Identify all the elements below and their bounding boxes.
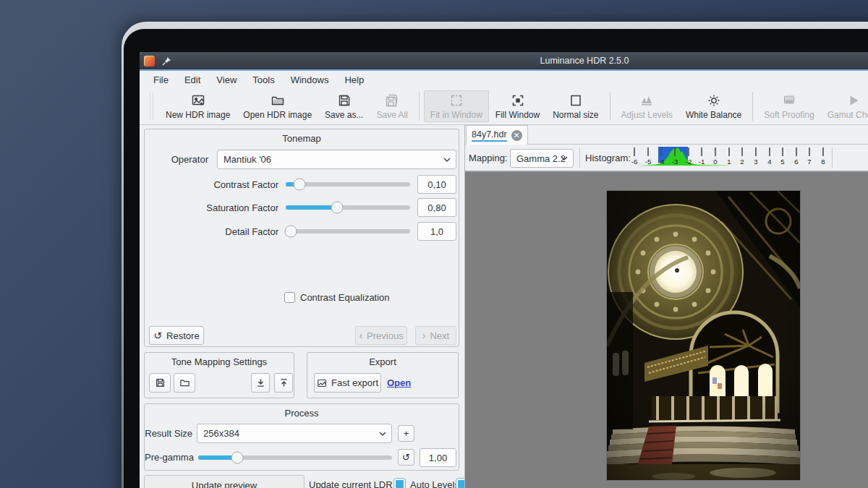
histogram-label: Histogram:	[585, 153, 631, 163]
tonemap-title: Tonemap	[145, 133, 459, 144]
slider-handle[interactable]	[231, 452, 243, 464]
menu-help[interactable]: Help	[336, 72, 372, 87]
saturation-factor-slider[interactable]	[286, 205, 410, 210]
svg-text:7: 7	[807, 158, 811, 166]
tone-mapping-settings-groupbox: Tone Mapping Settings	[144, 352, 294, 398]
export-title: Export	[307, 356, 458, 367]
mapping-toolbar: Mapping: Gamma 2.2 Histogram:	[465, 145, 868, 172]
title-bar[interactable]: Luminance HDR 2.5.0	[140, 52, 868, 69]
image-viewer-area[interactable]	[465, 172, 868, 488]
apply-settings-button[interactable]	[251, 373, 270, 393]
saturation-factor-value[interactable]: 0,80	[417, 198, 456, 217]
result-size-value: 256x384	[203, 428, 239, 439]
menu-file[interactable]: File	[145, 72, 176, 87]
open-hdr-image-icon	[271, 93, 285, 108]
chevron-right-icon: ›	[422, 330, 426, 341]
menu-tools[interactable]: Tools	[244, 72, 282, 87]
toolbar-drag-handle[interactable]	[150, 93, 153, 120]
tab-84y7-hdr[interactable]: 84y7.hdr ✕	[466, 125, 528, 145]
next-button[interactable]: › Next	[415, 326, 456, 345]
add-size-button[interactable]: +	[398, 425, 414, 442]
contrast-equalization-label: Contrast Equalization	[300, 292, 390, 303]
slider-handle[interactable]	[331, 202, 343, 214]
pre-gamma-slider[interactable]	[198, 455, 392, 460]
fill-window-button[interactable]: Fill Window	[489, 90, 546, 122]
desktop-background: Luminance HDR 2.5.0 File Edit View Tools…	[0, 0, 868, 488]
document-tab-bar: 84y7.hdr ✕	[465, 125, 868, 145]
histogram-widget[interactable]: -6 -5 -4 -3 -2 -1 0 1 2 3 4 5 6	[630, 147, 828, 168]
fit-in-window-button[interactable]: Fit in Window	[424, 90, 489, 122]
previous-button[interactable]: ‹ Previous	[355, 326, 407, 345]
hdr-image-preview[interactable]	[607, 191, 800, 480]
save-settings-button[interactable]	[149, 373, 171, 393]
saturation-factor-label: Saturation Factor	[163, 202, 278, 213]
chevron-down-icon	[561, 156, 568, 160]
white-balance-button[interactable]: White Balance	[679, 90, 748, 122]
contrast-factor-value[interactable]: 0,10	[417, 175, 456, 194]
detail-factor-label: Detail Factor	[163, 226, 278, 237]
tab-close-icon[interactable]: ✕	[511, 130, 522, 141]
result-size-combobox[interactable]: 256x384	[197, 424, 392, 443]
update-preview-button[interactable]: Update preview	[144, 475, 305, 488]
soft-proofing-button[interactable]: Soft Proofing	[757, 90, 820, 122]
slider-handle[interactable]	[293, 179, 305, 191]
store-settings-button[interactable]	[274, 373, 293, 393]
toolbar-separator	[579, 147, 580, 168]
normal-size-icon	[569, 93, 583, 108]
reset-pre-gamma-button[interactable]: ↺	[398, 449, 414, 466]
auto-levels-label: Auto Levels	[410, 479, 459, 488]
new-hdr-image-button[interactable]: New HDR image	[159, 90, 237, 122]
menu-edit[interactable]: Edit	[176, 72, 208, 87]
adjust-levels-button[interactable]: Adjust Levels	[615, 90, 679, 122]
luminance-hdr-window: Luminance HDR 2.5.0 File Edit View Tools…	[140, 52, 868, 488]
pre-gamma-label: Pre-gamma	[145, 452, 191, 463]
contrast-equalization-checkbox[interactable]	[284, 292, 295, 303]
window-title: Luminance HDR 2.5.0	[140, 56, 868, 66]
slider-fill	[286, 205, 337, 210]
process-groupbox: Process Result Size 256x384 + Pre-gamma …	[144, 403, 459, 471]
main-toolbar: New HDR image Open HDR image	[140, 88, 868, 125]
image-icon	[317, 378, 327, 388]
gamut-check-button[interactable]: Gamut Check	[821, 90, 868, 122]
gamut-check-icon	[846, 93, 861, 108]
process-title: Process	[145, 408, 459, 419]
save-as-button[interactable]: Save as...	[318, 90, 370, 122]
operator-value: Mantiuk '06	[224, 154, 271, 165]
svg-text:8: 8	[821, 158, 825, 166]
fast-export-button[interactable]: Fast export	[314, 373, 381, 393]
open-hdr-image-button[interactable]: Open HDR image	[237, 90, 318, 122]
svg-text:-1: -1	[699, 158, 705, 166]
menu-windows[interactable]: Windows	[283, 72, 337, 87]
detail-factor-value[interactable]: 1,0	[417, 222, 456, 241]
menu-bar: File Edit View Tools Windows Help	[140, 71, 868, 88]
white-balance-icon	[707, 93, 721, 108]
fill-window-icon	[511, 93, 525, 108]
folder-icon	[179, 377, 190, 388]
save-all-button[interactable]: Save All	[370, 90, 414, 122]
histogram-tick-labels: -6 -5 -4 -3 -2 -1 0 1 2 3 4 5 6	[631, 158, 825, 166]
detail-factor-slider[interactable]	[286, 229, 410, 234]
normal-size-button[interactable]: Normal size	[546, 90, 605, 122]
undo-icon: ↺	[402, 452, 410, 463]
update-current-ldr-label: Update current LDR	[309, 479, 393, 488]
svg-text:6: 6	[794, 158, 798, 166]
open-link[interactable]: Open	[387, 377, 411, 388]
svg-text:-3: -3	[672, 158, 678, 166]
fit-in-window-icon	[449, 93, 464, 108]
load-settings-button[interactable]	[174, 373, 195, 393]
contrast-factor-slider[interactable]	[286, 182, 410, 187]
slider-handle[interactable]	[284, 226, 297, 238]
restore-button[interactable]: ↺ Restore	[149, 326, 204, 345]
menu-view[interactable]: View	[208, 72, 244, 87]
svg-text:1: 1	[727, 158, 731, 166]
pre-gamma-value[interactable]: 1,00	[420, 448, 456, 467]
mapping-combobox[interactable]: Gamma 2.2	[510, 149, 574, 168]
operator-combobox[interactable]: Mantiuk '06	[217, 150, 456, 169]
mapping-value: Gamma 2.2	[516, 153, 566, 164]
contrast-factor-label: Contrast Factor	[163, 179, 278, 190]
toolbar-separator	[610, 92, 610, 121]
restore-icon: ↺	[153, 330, 162, 341]
update-current-ldr-checkbox[interactable]	[394, 479, 405, 488]
plus-icon: +	[404, 428, 409, 439]
arrow-up-to-line-icon	[279, 378, 289, 388]
